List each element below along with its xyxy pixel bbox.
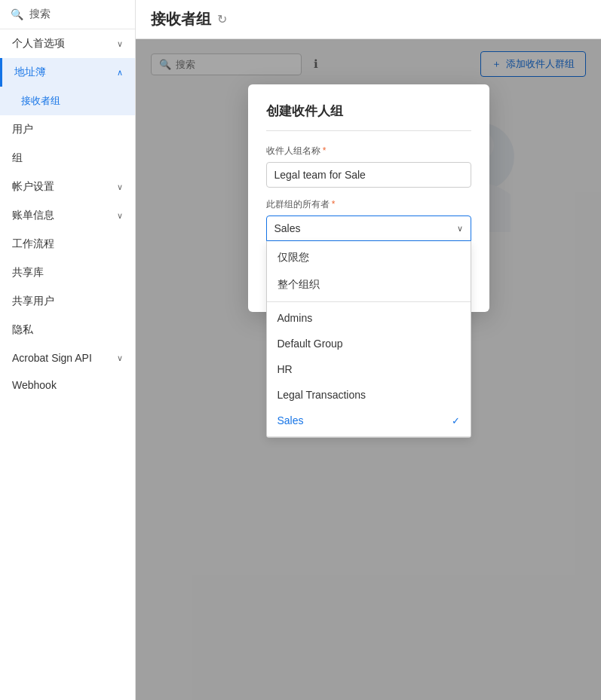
sidebar-item-billing[interactable]: 账单信息 ∨ [0,201,135,230]
required-marker-2: * [332,199,336,209]
sidebar-item-workflow[interactable]: 工作流程 [0,230,135,258]
audience-form-group: 此群组的所有者 * Sales ∨ 仅限您 [266,198,471,241]
sidebar: 🔍 搜索 个人首选项 ∨ 地址簿 ∧ 接收者组 用户 组 帐户设置 ∨ 账单信息… [0,0,136,700]
modal-overlay: 创建收件人组 收件人组名称 * 此群组的所有者 * [136,39,601,700]
topbar: 接收者组 ↻ [136,0,601,39]
dropdown-item-sales[interactable]: Sales ✓ [267,408,471,433]
dropdown-item-only-me[interactable]: 仅限您 [267,244,471,271]
dropdown-item-default[interactable]: Default Group [267,331,471,356]
content-area: 🔍 ℹ ＋ 添加收件人群组 [136,39,601,700]
chevron-up-icon: ∧ [117,68,123,78]
refresh-icon[interactable]: ↻ [217,12,227,26]
sidebar-item-shared-label: 共享库 [12,266,44,280]
dropdown-item-legal[interactable]: Legal Transactions [267,382,471,408]
sidebar-search[interactable]: 🔍 搜索 [0,0,135,29]
chevron-down-icon: ∨ [117,182,123,192]
chevron-down-icon: ∨ [117,39,123,49]
sidebar-item-billing-label: 账单信息 [12,209,54,222]
main-content: 接收者组 ↻ 🔍 ℹ ＋ 添加收件人群组 [136,0,601,700]
sidebar-item-addressbook[interactable]: 地址簿 ∧ [0,58,135,87]
dropdown-section-groups: Admins Default Group HR Legal Transactio… [267,302,471,437]
sidebar-item-groups[interactable]: 组 [0,144,135,173]
sidebar-item-api[interactable]: Acrobat Sign API ∨ [0,344,135,371]
sidebar-item-account-label: 帐户设置 [12,180,54,194]
sidebar-item-privacy[interactable]: 隐私 [0,316,135,344]
audience-select[interactable]: Sales ∨ [266,216,471,241]
sidebar-item-shared[interactable]: 共享库 [0,258,135,287]
chevron-down-icon: ∨ [117,353,123,363]
sidebar-item-workflow-label: 工作流程 [12,237,54,251]
sidebar-item-webhook[interactable]: Webhook [0,371,135,399]
sidebar-item-users[interactable]: 用户 [0,115,135,144]
sidebar-item-api-label: Acrobat Sign API [12,352,92,364]
audience-select-container: Sales ∨ 仅限您 整个组织 [266,216,471,241]
sidebar-item-privacy-label: 隐私 [12,323,33,337]
sidebar-item-users-label: 用户 [12,123,33,136]
sidebar-item-groups-label: 组 [12,151,23,165]
create-dialog: 创建收件人组 收件人组名称 * 此群组的所有者 * [248,84,489,312]
dropdown-item-whole-org[interactable]: 整个组织 [267,271,471,298]
sidebar-item-addressbook-label: 地址簿 [14,66,46,79]
sidebar-item-personal[interactable]: 个人首选项 ∨ [0,29,135,58]
name-label: 收件人组名称 * [266,145,471,157]
chevron-down-icon: ∨ [117,211,123,221]
select-value: Sales [274,222,301,234]
sidebar-item-webhook-label: Webhook [12,379,57,391]
audience-label: 此群组的所有者 * [266,198,471,211]
search-icon: 🔍 [11,8,23,20]
chevron-down-icon: ∨ [457,224,463,234]
sidebar-search-label: 搜索 [29,8,51,21]
sidebar-item-personal-label: 个人首选项 [12,37,65,50]
sidebar-item-account[interactable]: 帐户设置 ∨ [0,173,135,201]
sidebar-item-recipients-label: 接收者组 [21,94,60,108]
dropdown-item-admins[interactable]: Admins [267,305,471,331]
page-title: 接收者组 [151,9,211,29]
dropdown-section-personal: 仅限您 整个组织 [267,241,471,302]
sidebar-item-sharedusers-label: 共享用户 [12,295,54,308]
name-input[interactable] [266,162,471,188]
sidebar-item-sharedusers[interactable]: 共享用户 [0,287,135,316]
name-form-group: 收件人组名称 * [266,145,471,188]
sidebar-item-recipients[interactable]: 接收者组 [0,87,135,115]
audience-dropdown: 仅限您 整个组织 Admins [266,241,471,438]
dialog-title: 创建收件人组 [266,102,471,131]
dropdown-item-hr[interactable]: HR [267,356,471,382]
required-marker: * [323,145,327,156]
check-icon: ✓ [452,415,460,426]
